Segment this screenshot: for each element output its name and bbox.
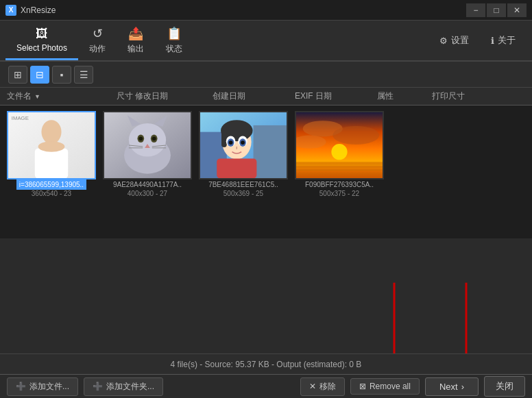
about-label: 关于 bbox=[498, 34, 516, 47]
add-file-label: 添加文件... bbox=[29, 381, 69, 393]
next-arrow-icon: › bbox=[461, 382, 464, 392]
svg-point-4 bbox=[38, 141, 65, 152]
settings-icon: ⚙ bbox=[439, 36, 448, 46]
svg-rect-20 bbox=[254, 125, 287, 179]
add-file-icon: ➕ bbox=[16, 382, 26, 391]
close-window-button[interactable]: ✕ bbox=[507, 3, 527, 17]
file-4-dims: 500x375 - 22 bbox=[319, 190, 359, 197]
anime-photo bbox=[200, 111, 287, 179]
remove-all-label: Remove all bbox=[370, 382, 411, 391]
svg-point-2 bbox=[41, 120, 61, 144]
col-header-print: 打印尺寸 bbox=[425, 90, 480, 102]
sort-icon: ▼ bbox=[34, 93, 40, 100]
svg-rect-3 bbox=[35, 149, 68, 179]
remove-x-icon: ✕ bbox=[309, 382, 316, 391]
file-item-1[interactable]: IMAGE i=386065599,13905.. 360x540 - 23 bbox=[7, 111, 96, 197]
tab-select-photos[interactable]: 🖼 Select Photos bbox=[5, 21, 78, 60]
col-header-exif: EXIF 日期 bbox=[288, 90, 370, 102]
settings-label: 设置 bbox=[451, 34, 469, 47]
file-item-4[interactable]: F090BFF276393C5A.. 500x375 - 22 bbox=[295, 111, 384, 197]
tab-action[interactable]: ↺ 动作 bbox=[78, 21, 117, 60]
output-label: 输出 bbox=[128, 43, 144, 55]
file-4-name: F090BFF276393C5A.. bbox=[302, 179, 376, 190]
view-grid-small-button[interactable]: ⊞ bbox=[8, 66, 27, 84]
svg-point-13 bbox=[152, 136, 156, 140]
about-icon: ℹ bbox=[491, 36, 494, 46]
table-header: 文件名 ▼ 尺寸 修改日期 创建日期 EXIF 日期 属性 打印尺寸 bbox=[0, 88, 532, 105]
view-options-bar: ⊞ ⊟ ▪ ☰ bbox=[0, 62, 532, 88]
file-list-area: 文件名 ▼ 尺寸 修改日期 创建日期 EXIF 日期 属性 打印尺寸 bbox=[0, 88, 532, 238]
file-3-name: 7BE46881EEE761C5.. bbox=[206, 179, 281, 190]
remove-all-button[interactable]: ⊠ Remove all bbox=[350, 378, 420, 395]
file-3-dims: 500x369 - 25 bbox=[223, 190, 263, 197]
action-icon: ↺ bbox=[93, 26, 103, 41]
file-1-name: i=386065599,13905.. bbox=[16, 179, 86, 190]
svg-point-7 bbox=[129, 123, 166, 156]
select-photos-label: Select Photos bbox=[16, 43, 67, 53]
svg-rect-24 bbox=[221, 131, 227, 147]
tab-status[interactable]: 📋 状态 bbox=[155, 21, 193, 60]
title-bar: X XnResize − □ ✕ bbox=[0, 0, 532, 21]
main-toolbar: 🖼 Select Photos ↺ 动作 📤 输出 📋 状态 ⚙ 设置 ℹ 关于 bbox=[0, 21, 532, 62]
svg-point-29 bbox=[229, 140, 233, 145]
col-header-attr: 属性 bbox=[370, 90, 425, 102]
select-photos-icon: 🖼 bbox=[36, 27, 48, 41]
col-header-filename: 文件名 ▼ bbox=[0, 90, 110, 102]
app-name: XnResize bbox=[21, 5, 56, 15]
minimize-button[interactable]: − bbox=[466, 3, 485, 17]
sunset-photo bbox=[296, 111, 383, 179]
view-grid-large-button[interactable]: ▪ bbox=[52, 66, 71, 84]
maximize-button[interactable]: □ bbox=[487, 3, 506, 17]
col-header-size-date: 尺寸 修改日期 bbox=[110, 90, 206, 102]
app-icon: X bbox=[5, 5, 16, 16]
svg-point-35 bbox=[332, 126, 379, 145]
add-folder-button[interactable]: ➕ 添加文件夹... bbox=[84, 377, 163, 396]
svg-rect-38 bbox=[296, 162, 383, 178]
svg-point-12 bbox=[138, 136, 143, 140]
tab-output[interactable]: 📤 输出 bbox=[117, 21, 155, 60]
window-controls: − □ ✕ bbox=[466, 3, 527, 17]
svg-point-37 bbox=[331, 144, 347, 160]
portrait-photo: IMAGE bbox=[8, 111, 95, 179]
file-1-dims: 360x540 - 23 bbox=[32, 190, 71, 197]
thumbnails-row: IMAGE i=386065599,13905.. 360x540 - 23 bbox=[0, 105, 532, 203]
status-bar: 4 file(s) - Source: 95.37 KB - Output (e… bbox=[0, 353, 532, 374]
remove-label: 移除 bbox=[319, 381, 336, 393]
action-bar: ➕ 添加文件... ➕ 添加文件夹... ✕ 移除 ⊠ Remove all N… bbox=[0, 374, 532, 398]
file-2-dims: 400x300 - 27 bbox=[128, 190, 167, 197]
file-item-2[interactable]: 9AE28A4490A1177A.. 400x300 - 27 bbox=[103, 111, 192, 197]
next-label: Next bbox=[439, 382, 458, 392]
status-icon: 📋 bbox=[167, 26, 182, 41]
view-grid-medium-button[interactable]: ⊟ bbox=[30, 66, 49, 84]
close-button[interactable]: 关闭 bbox=[484, 376, 525, 397]
output-icon: 📤 bbox=[128, 26, 143, 41]
svg-point-30 bbox=[241, 140, 245, 145]
about-button[interactable]: ℹ 关于 bbox=[480, 30, 527, 51]
settings-button[interactable]: ⚙ 设置 bbox=[428, 30, 480, 51]
add-folder-label: 添加文件夹... bbox=[106, 381, 154, 393]
action-label: 动作 bbox=[89, 43, 106, 55]
col-header-created: 创建日期 bbox=[206, 90, 288, 102]
svg-rect-32 bbox=[217, 158, 256, 178]
file-2-name: 9AE28A4490A1177A.. bbox=[110, 179, 184, 190]
add-file-button[interactable]: ➕ 添加文件... bbox=[7, 377, 78, 396]
remove-all-icon: ⊠ bbox=[359, 382, 366, 391]
close-label: 关闭 bbox=[496, 380, 513, 393]
file-item-3[interactable]: 7BE46881EEE761C5.. 500x369 - 25 bbox=[199, 111, 288, 197]
status-text: 4 file(s) - Source: 95.37 KB - Output (e… bbox=[171, 360, 362, 369]
view-list-button[interactable]: ☰ bbox=[74, 66, 93, 84]
next-button[interactable]: Next › bbox=[425, 377, 479, 396]
cat-photo bbox=[104, 111, 191, 179]
add-folder-icon: ➕ bbox=[93, 382, 103, 391]
svg-text:IMAGE: IMAGE bbox=[12, 115, 29, 121]
status-label: 状态 bbox=[166, 43, 182, 55]
remove-button[interactable]: ✕ 移除 bbox=[300, 377, 345, 396]
